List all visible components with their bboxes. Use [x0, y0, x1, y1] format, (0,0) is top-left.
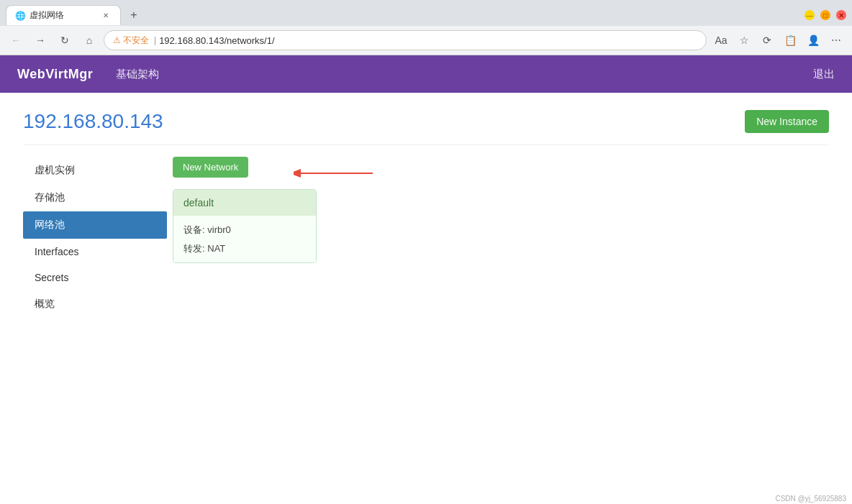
sidebar: 虚机实例 存储池 网络池 Interfaces Secrets 概览	[23, 157, 167, 318]
minimize-button[interactable]: —	[805, 10, 815, 20]
network-card-header[interactable]: default	[173, 190, 316, 216]
reload-button[interactable]: ↻	[55, 30, 75, 50]
device-label: 设备:	[183, 224, 205, 235]
warning-icon: ⚠	[113, 35, 121, 45]
sidebar-item-vm[interactable]: 虚机实例	[23, 157, 167, 184]
close-button[interactable]: ✕	[836, 10, 846, 20]
read-mode-button[interactable]: Aa	[711, 30, 731, 50]
device-value: virbr0	[207, 224, 231, 235]
network-device-row: 设备: virbr0	[183, 223, 306, 237]
collections-button[interactable]: 📋	[780, 30, 800, 50]
header-right: 退出	[813, 68, 835, 81]
forward-button[interactable]: →	[30, 30, 50, 50]
network-forward-row: 转发: NAT	[183, 242, 306, 256]
address-actions: Aa ☆ ⟳ 📋 👤 ⋯	[711, 30, 846, 50]
app-logo: WebVirtMgr	[17, 67, 93, 82]
sidebar-item-secrets[interactable]: Secrets	[23, 265, 167, 290]
arrow-annotation	[294, 162, 380, 184]
page-header: 192.168.80.143 New Instance	[23, 110, 829, 145]
new-instance-button[interactable]: New Instance	[745, 110, 829, 133]
logout-button[interactable]: 退出	[813, 68, 835, 80]
new-network-button[interactable]: New Network	[173, 157, 248, 178]
sidebar-item-vm-label: 虚机实例	[35, 164, 75, 175]
network-name: default	[183, 197, 214, 209]
sidebar-item-storage-label: 存储池	[35, 191, 65, 203]
content-area: New Network default	[167, 157, 829, 318]
main-layout: 虚机实例 存储池 网络池 Interfaces Secrets 概览 New N…	[23, 157, 829, 318]
sidebar-item-networks-label: 网络池	[35, 219, 65, 230]
address-bar: ← → ↻ ⌂ ⚠ 不安全 | 192.168.80.143/networks/…	[0, 26, 852, 55]
network-card-body: 设备: virbr0 转发: NAT	[173, 216, 316, 262]
sidebar-item-interfaces[interactable]: Interfaces	[23, 239, 167, 265]
forward-label: 转发:	[183, 243, 205, 254]
security-text: 不安全	[123, 35, 149, 47]
profile-button[interactable]: 👤	[803, 30, 823, 50]
address-input[interactable]: ⚠ 不安全 | 192.168.80.143/networks/1/	[104, 30, 707, 50]
security-warning: ⚠ 不安全 |	[113, 35, 159, 47]
new-tab-button[interactable]: +	[124, 5, 144, 25]
page-content: 192.168.80.143 New Instance 虚机实例 存储池 网络池…	[0, 93, 852, 335]
favorites-button[interactable]: ☆	[734, 30, 754, 50]
sidebar-item-overview-label: 概览	[35, 298, 55, 309]
window-controls: — □ ✕	[805, 10, 846, 20]
tab-bar: 🌐 虚拟网络 ✕ + — □ ✕	[0, 0, 852, 26]
sidebar-item-networks[interactable]: 网络池	[23, 211, 167, 239]
active-tab[interactable]: 🌐 虚拟网络 ✕	[6, 5, 121, 25]
home-button[interactable]: ⌂	[79, 30, 99, 50]
refresh-button[interactable]: ⟳	[757, 30, 777, 50]
menu-button[interactable]: ⋯	[826, 30, 846, 50]
app-header: WebVirtMgr 基础架构 退出	[0, 55, 852, 93]
browser-chrome: 🌐 虚拟网络 ✕ + — □ ✕ ← → ↻ ⌂ ⚠ 不安全 | 192.168…	[0, 0, 852, 55]
page-title: 192.168.80.143	[23, 110, 163, 133]
restore-button[interactable]: □	[820, 10, 830, 20]
address-url: 192.168.80.143/networks/1/	[159, 35, 274, 46]
network-card: default 设备: virbr0 转发: NAT	[173, 189, 317, 263]
sidebar-item-secrets-label: Secrets	[35, 272, 68, 283]
sidebar-item-storage[interactable]: 存储池	[23, 184, 167, 211]
forward-value: NAT	[207, 243, 225, 254]
tab-title: 虚拟网络	[30, 9, 64, 22]
tab-close-button[interactable]: ✕	[100, 10, 112, 22]
tab-favicon: 🌐	[15, 11, 25, 21]
sidebar-item-overview[interactable]: 概览	[23, 290, 167, 318]
back-button[interactable]: ←	[6, 30, 26, 50]
nav-infrastructure[interactable]: 基础架构	[116, 68, 159, 81]
sidebar-item-interfaces-label: Interfaces	[35, 246, 78, 257]
annotation-area: New Network	[173, 157, 829, 189]
